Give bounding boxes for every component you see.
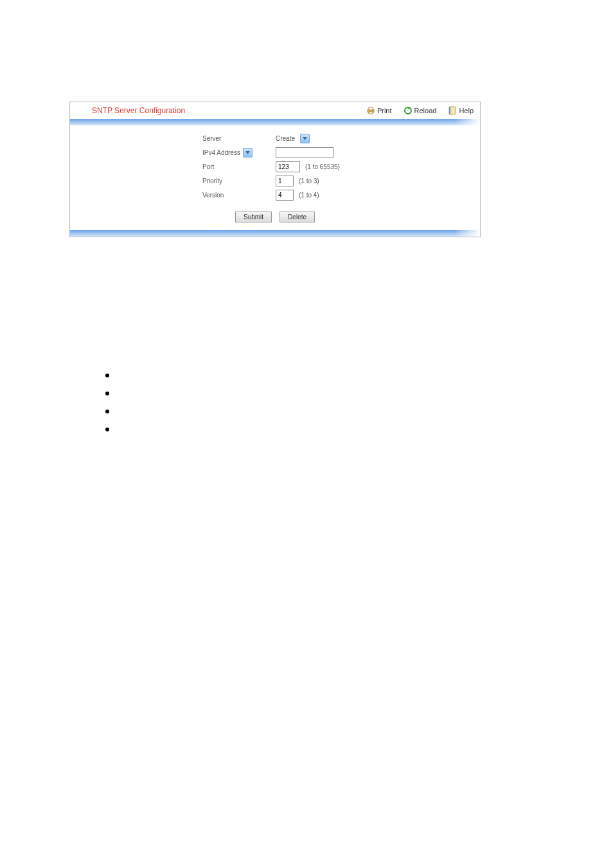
server-value-text: Create <box>276 135 295 142</box>
config-panel: SNTP Server Configuration Print Reload H… <box>69 102 481 237</box>
svg-rect-4 <box>449 107 450 114</box>
bottom-stripe <box>70 230 480 237</box>
priority-input[interactable] <box>276 176 294 186</box>
type-dropdown[interactable] <box>243 148 253 158</box>
print-button[interactable]: Print <box>366 106 392 115</box>
svg-rect-2 <box>369 112 373 114</box>
help-label: Help <box>459 107 474 114</box>
help-button[interactable]: Help <box>448 106 474 115</box>
bullet-list <box>105 366 125 438</box>
address-input[interactable] <box>276 147 333 158</box>
label-type: IPv4 Address <box>202 149 240 156</box>
label-version: Version <box>70 192 276 199</box>
version-hint: (1 to 4) <box>299 192 319 199</box>
reload-label: Reload <box>414 107 437 114</box>
row-server: Server Create <box>70 132 480 145</box>
list-item <box>105 402 125 420</box>
server-dropdown[interactable] <box>300 134 310 143</box>
label-server: Server <box>70 135 276 142</box>
delete-button[interactable]: Delete <box>280 212 315 222</box>
svg-rect-1 <box>369 107 373 110</box>
list-item <box>105 420 125 438</box>
button-row: Submit Delete <box>70 203 480 222</box>
print-icon <box>366 106 375 115</box>
label-port: Port <box>70 163 276 170</box>
print-label: Print <box>377 107 392 114</box>
list-item <box>105 384 125 402</box>
port-input[interactable] <box>276 161 300 172</box>
list-item <box>105 366 125 384</box>
reload-icon <box>404 106 413 115</box>
port-hint: (1 to 65535) <box>305 163 340 170</box>
page-title: SNTP Server Configuration <box>92 106 366 115</box>
help-icon <box>448 106 457 115</box>
row-priority: Priority (1 to 3) <box>70 174 480 187</box>
priority-hint: (1 to 3) <box>299 177 319 185</box>
header-actions: Print Reload Help <box>366 106 474 115</box>
row-type: IPv4 Address <box>70 146 480 159</box>
chevron-down-icon <box>245 151 250 154</box>
row-version: Version (1 to 4) <box>70 188 480 201</box>
label-priority: Priority <box>70 177 276 185</box>
panel-header: SNTP Server Configuration Print Reload H… <box>70 102 480 119</box>
reload-button[interactable]: Reload <box>404 106 437 115</box>
version-input[interactable] <box>276 190 294 201</box>
chevron-down-icon <box>303 137 307 140</box>
top-stripe <box>70 119 480 125</box>
submit-button[interactable]: Submit <box>235 212 272 222</box>
form-body: Server Create IPv4 Address Port <box>70 125 480 230</box>
row-port: Port (1 to 65535) <box>70 160 480 173</box>
